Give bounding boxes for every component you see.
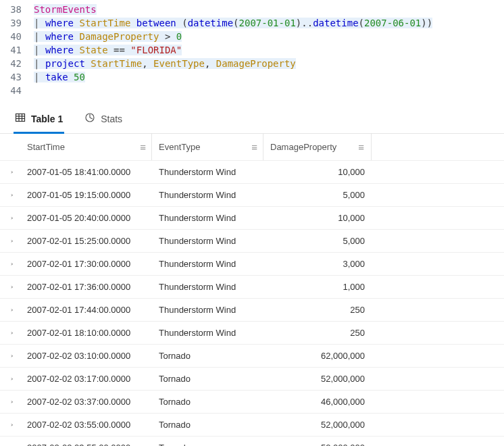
result-tabs: Table 1 Stats (0, 103, 504, 134)
cell-damageproperty: 10,000 (263, 213, 372, 223)
line-number: 41 (0, 43, 34, 57)
cell-starttime: 2007-02-01 17:44:00.0000 (20, 305, 152, 315)
cell-damageproperty: 46,000,000 (263, 397, 372, 407)
cell-damageproperty: 52,000,000 (263, 374, 372, 384)
cell-eventtype: Tornado (152, 397, 263, 407)
expand-row-icon[interactable]: ⌄ (0, 328, 20, 337)
cell-starttime: 2007-02-01 17:36:00.0000 (20, 282, 152, 292)
cell-eventtype: Thunderstorm Wind (152, 305, 263, 315)
cell-starttime: 2007-02-02 03:55:00.0000 (20, 420, 152, 430)
cell-eventtype: Thunderstorm Wind (152, 167, 263, 177)
cell-damageproperty: 5,000 (263, 236, 372, 246)
cell-eventtype: Tornado (152, 351, 263, 361)
tab-table[interactable]: Table 1 (14, 108, 64, 134)
table-icon (15, 112, 26, 125)
cell-starttime: 2007-01-05 20:40:00.0000 (20, 213, 152, 223)
table-row[interactable]: ⌄2007-02-02 03:17:00.0000Tornado52,000,0… (0, 368, 504, 391)
cell-damageproperty: 3,000 (263, 259, 372, 269)
cell-starttime: 2007-01-05 18:41:00.0000 (20, 167, 152, 177)
expand-row-icon[interactable]: ⌄ (0, 351, 20, 360)
cell-damageproperty: 5,000 (263, 190, 372, 200)
table-row[interactable]: ⌄2007-02-01 18:10:00.0000Thunderstorm Wi… (0, 322, 504, 345)
cell-eventtype: Tornado (152, 420, 263, 430)
line-number: 44 (0, 84, 34, 97)
cell-damageproperty: 250 (263, 328, 372, 338)
cell-starttime: 2007-01-05 19:15:00.0000 (20, 190, 152, 200)
cell-starttime: 2007-02-02 03:17:00.0000 (20, 374, 152, 384)
cell-damageproperty: 52,000,000 (263, 420, 372, 430)
query-editor[interactable]: 38 StormEvents 39 | where StartTime betw… (0, 0, 504, 103)
table-row[interactable]: ⌄2007-02-01 17:30:00.0000Thunderstorm Wi… (0, 253, 504, 276)
table-row[interactable]: ⌄2007-02-01 15:25:00.0000Thunderstorm Wi… (0, 230, 504, 253)
expand-row-icon[interactable]: ⌄ (0, 191, 20, 199)
cell-eventtype: Thunderstorm Wind (152, 328, 263, 338)
table-row[interactable]: ⌄2007-02-01 17:44:00.0000Thunderstorm Wi… (0, 299, 504, 322)
expand-row-icon[interactable]: ⌄ (0, 397, 20, 406)
cell-eventtype: Thunderstorm Wind (152, 190, 263, 200)
line-number: 38 (0, 3, 34, 16)
table-row[interactable]: ⌄2007-02-02 03:55:00.0000Tornado52,000,0… (0, 437, 504, 446)
table-row[interactable]: ⌄2007-02-02 03:10:00.0000Tornado62,000,0… (0, 345, 504, 368)
column-header-eventtype[interactable]: EventType ≡ (152, 134, 263, 160)
expand-row-icon[interactable]: ⌄ (0, 374, 20, 383)
line-number: 43 (0, 70, 34, 84)
expand-row-icon[interactable]: ⌄ (0, 420, 20, 429)
table-row[interactable]: ⌄2007-01-05 19:15:00.0000Thunderstorm Wi… (0, 184, 504, 207)
cell-damageproperty: 1,000 (263, 282, 372, 292)
table-row[interactable]: ⌄2007-01-05 18:41:00.0000Thunderstorm Wi… (0, 161, 504, 184)
results-grid: StartTime ≡ EventType ≡ DamageProperty ≡… (0, 134, 504, 446)
svg-rect-0 (16, 114, 25, 122)
tab-stats[interactable]: Stats (83, 108, 124, 134)
cell-damageproperty: 250 (263, 305, 372, 315)
expand-row-icon[interactable]: ⌄ (0, 237, 20, 245)
column-menu-icon[interactable]: ≡ (358, 141, 364, 153)
cell-starttime: 2007-02-02 03:55:00.0000 (20, 443, 152, 446)
cell-eventtype: Thunderstorm Wind (152, 213, 263, 223)
line-number: 40 (0, 30, 34, 43)
tab-label: Table 1 (31, 114, 63, 124)
tab-label: Stats (101, 114, 122, 124)
svg-line-7 (90, 118, 93, 119)
table-row[interactable]: ⌄2007-02-02 03:55:00.0000Tornado52,000,0… (0, 414, 504, 437)
cell-eventtype: Thunderstorm Wind (152, 236, 263, 246)
column-header-starttime[interactable]: StartTime ≡ (20, 134, 152, 160)
column-header-damageproperty[interactable]: DamageProperty ≡ (263, 134, 372, 160)
line-number: 39 (0, 16, 34, 30)
expand-row-icon[interactable]: ⌄ (0, 214, 20, 222)
expand-row-icon[interactable]: ⌄ (0, 443, 20, 446)
table-row[interactable]: ⌄2007-01-05 20:40:00.0000Thunderstorm Wi… (0, 207, 504, 230)
cell-damageproperty: 10,000 (263, 167, 372, 177)
cell-starttime: 2007-02-02 03:10:00.0000 (20, 351, 152, 361)
cell-starttime: 2007-02-01 17:30:00.0000 (20, 259, 152, 269)
table-row[interactable]: ⌄2007-02-01 17:36:00.0000Thunderstorm Wi… (0, 276, 504, 299)
line-number: 42 (0, 57, 34, 70)
stats-icon (84, 112, 95, 125)
grid-header: StartTime ≡ EventType ≡ DamageProperty ≡ (0, 134, 504, 161)
cell-starttime: 2007-02-01 15:25:00.0000 (20, 236, 152, 246)
cell-damageproperty: 52,000,000 (263, 443, 372, 446)
expand-row-icon[interactable]: ⌄ (0, 259, 20, 268)
cell-eventtype: Tornado (152, 374, 263, 384)
table-row[interactable]: ⌄2007-02-02 03:37:00.0000Tornado46,000,0… (0, 391, 504, 414)
cell-starttime: 2007-02-02 03:37:00.0000 (20, 397, 152, 407)
column-menu-icon[interactable]: ≡ (251, 141, 257, 153)
cell-damageproperty: 62,000,000 (263, 351, 372, 361)
cell-starttime: 2007-02-01 18:10:00.0000 (20, 328, 152, 338)
expand-row-icon[interactable]: ⌄ (0, 282, 20, 291)
cell-eventtype: Thunderstorm Wind (152, 282, 263, 292)
cell-eventtype: Tornado (152, 443, 263, 446)
expand-row-icon[interactable]: ⌄ (0, 305, 20, 314)
cell-eventtype: Thunderstorm Wind (152, 259, 263, 269)
expand-row-icon[interactable]: ⌄ (0, 168, 20, 176)
column-menu-icon[interactable]: ≡ (140, 141, 146, 153)
